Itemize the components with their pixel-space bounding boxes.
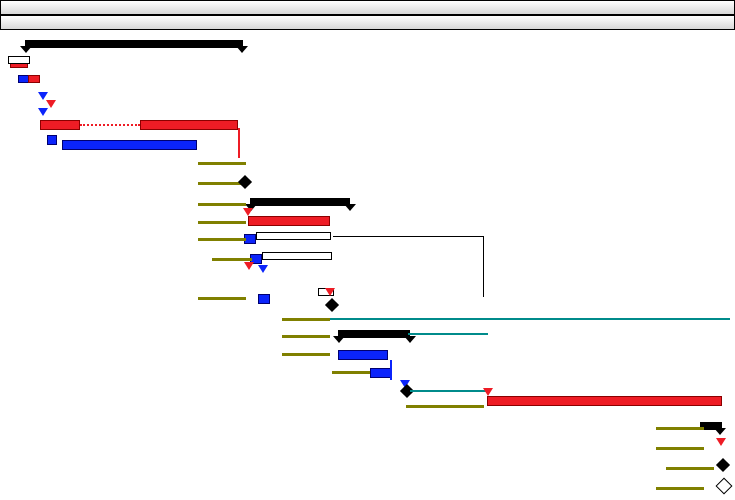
slack-bar — [406, 405, 484, 408]
baseline-bar — [8, 56, 30, 64]
milestone-open[interactable] — [716, 478, 733, 495]
baseline-bar — [256, 232, 331, 240]
slack-bar — [282, 335, 330, 338]
milestone[interactable] — [325, 298, 339, 312]
task-bar[interactable] — [28, 75, 40, 83]
link-arrow — [258, 265, 268, 273]
summary-bar[interactable] — [338, 330, 410, 338]
slack-bar — [198, 203, 246, 206]
split-indicator — [80, 124, 140, 126]
slack-bar — [656, 447, 704, 450]
summary-end-cap — [404, 336, 416, 343]
link-arrow — [38, 92, 48, 100]
task-bar[interactable] — [487, 396, 722, 406]
link-arrow — [243, 208, 253, 216]
dependency-link — [333, 236, 484, 297]
slack-bar — [198, 221, 246, 224]
link-arrow — [244, 262, 254, 270]
link-arrow — [483, 388, 493, 396]
deadline-bar — [330, 318, 730, 320]
slack-bar — [656, 487, 704, 490]
slack-bar — [666, 467, 714, 470]
slack-bar — [198, 297, 246, 300]
baseline-bar — [262, 252, 332, 260]
summary-end-cap — [236, 46, 248, 53]
slack-bar — [282, 318, 330, 321]
slack-bar — [332, 371, 370, 374]
deadline-bar — [408, 333, 488, 335]
summary-bar[interactable] — [250, 198, 350, 206]
slack-bar — [212, 258, 252, 261]
slack-bar — [198, 162, 246, 165]
task-bar[interactable] — [248, 216, 330, 226]
gantt-chart[interactable] — [0, 0, 735, 500]
summary-end-cap — [344, 204, 356, 211]
milestone[interactable] — [716, 458, 730, 472]
task-bar[interactable] — [258, 294, 270, 304]
timescale-bottom — [0, 15, 735, 30]
task-bar[interactable] — [62, 140, 197, 150]
timescale-top — [0, 0, 735, 15]
slack-bar — [282, 353, 330, 356]
summary-start-cap — [20, 46, 32, 53]
link-arrow — [46, 100, 56, 108]
task-bar[interactable] — [40, 120, 80, 130]
task-bar[interactable] — [338, 350, 388, 360]
slack-bar — [656, 427, 704, 430]
slack-bar — [198, 238, 246, 241]
dependency-link — [390, 360, 392, 380]
task-bar[interactable] — [370, 368, 392, 378]
dependency-link — [238, 128, 240, 158]
link-arrow — [716, 438, 726, 446]
summary-bar[interactable] — [25, 40, 243, 48]
task-bar[interactable] — [140, 120, 238, 130]
deadline-bar — [410, 390, 488, 392]
summary-start-cap — [333, 336, 345, 343]
milestone[interactable] — [238, 175, 252, 189]
link-arrow — [38, 108, 48, 116]
progress-marker[interactable] — [47, 135, 57, 145]
